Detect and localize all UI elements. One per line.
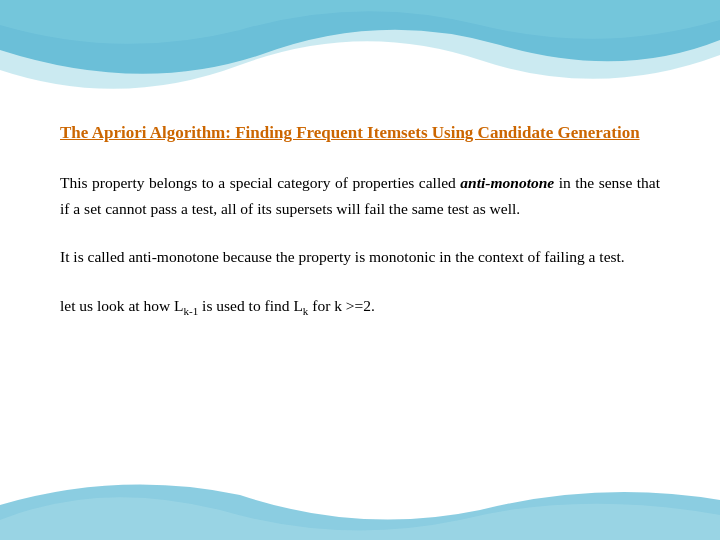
para3-sub1: k-1 bbox=[184, 305, 199, 317]
paragraph-2: It is called anti-monotone because the p… bbox=[60, 244, 660, 270]
main-content: The Apriori Algorithm: Finding Frequent … bbox=[0, 0, 720, 382]
para3-end: for k >=2. bbox=[308, 297, 375, 314]
para1-before-bold: This property belongs to a special categ… bbox=[60, 174, 460, 191]
para1-bold-term: anti-monotone bbox=[460, 174, 554, 191]
slide-title: The Apriori Algorithm: Finding Frequent … bbox=[60, 120, 660, 146]
paragraph-1: This property belongs to a special categ… bbox=[60, 170, 660, 223]
paragraph-3: let us look at how Lk-1 is used to find … bbox=[60, 293, 660, 321]
wave-bottom-decoration bbox=[0, 480, 720, 540]
para3-text: let us look at how L bbox=[60, 297, 184, 314]
para3-mid: is used to find L bbox=[198, 297, 303, 314]
